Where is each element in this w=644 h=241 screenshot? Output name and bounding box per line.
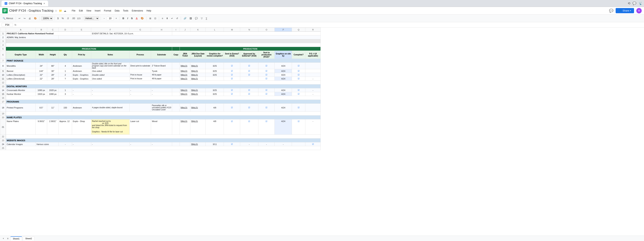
cell-N10[interactable]	[240, 73, 258, 77]
col-header-K[interactable]: K	[190, 28, 206, 32]
decimal-inc-button[interactable]: .00	[71, 16, 76, 20]
cell-E24[interactable]: -	[72, 142, 91, 146]
cell-I9[interactable]	[172, 69, 180, 73]
cell-O21[interactable]	[258, 119, 275, 135]
cell-G24[interactable]: -	[130, 142, 151, 146]
col-header-Q[interactable]: Q	[292, 28, 305, 32]
col-header-width[interactable]: Width	[36, 51, 47, 59]
borders-button[interactable]: ⊞	[148, 16, 152, 20]
col-header-F[interactable]: F	[91, 28, 130, 32]
row-header-21[interactable]: 21	[0, 119, 6, 135]
col-header-R[interactable]: R	[305, 28, 321, 32]
folder-icon[interactable]: 📁	[59, 9, 62, 12]
cell-K9[interactable]: https://c	[190, 69, 206, 73]
cell-E21[interactable]: Explo - Shop	[72, 119, 91, 135]
cell-G10[interactable]: Print in-house	[130, 73, 151, 77]
cell-N8[interactable]	[240, 63, 258, 69]
cell-Q15[interactable]	[292, 92, 305, 96]
cell-E11[interactable]: Explo - Graphics	[72, 77, 91, 81]
cell-A21[interactable]: Name Plates	[6, 119, 36, 135]
col-header-notes[interactable]: Notes	[91, 51, 130, 59]
row-header-3[interactable]: 3	[0, 39, 6, 43]
italic-button[interactable]: I	[126, 16, 129, 20]
cell-K11[interactable]: https://c	[190, 77, 206, 81]
paint-format-button[interactable]: 🎨	[33, 16, 38, 20]
col-header-G[interactable]: G	[130, 28, 151, 32]
cell-M11[interactable]	[224, 77, 240, 81]
cell-B11[interactable]: 22"	[36, 77, 47, 81]
cell-K10[interactable]: https://c	[190, 73, 206, 77]
tab-close-button[interactable]: ×	[44, 2, 45, 5]
cell-L8[interactable]: 3/25	[206, 63, 224, 69]
sheet-tab-2[interactable]: Sheet2	[23, 236, 34, 240]
cell-P15[interactable]: 4/24	[275, 92, 292, 96]
print-button[interactable]: 🖨	[28, 16, 32, 20]
cell-J15[interactable]: https://c	[180, 92, 190, 96]
cell-M8[interactable]	[224, 63, 240, 69]
cell-F9[interactable]: One-sided	[91, 69, 130, 73]
cell-A2[interactable]: ADMIN: Maj Jenkins	[6, 36, 59, 39]
text-color-button[interactable]: A	[135, 16, 139, 20]
col-header-complete[interactable]: Complete?	[292, 51, 305, 59]
cell-B10[interactable]: 22"	[36, 73, 47, 77]
cell-E8[interactable]: Andresen	[72, 63, 91, 69]
row-header-19[interactable]: 19	[0, 112, 6, 116]
cell-Q10[interactable]	[292, 73, 305, 77]
history-icon[interactable]: ⟲	[628, 2, 630, 5]
col-header-L[interactable]: L	[206, 28, 224, 32]
cell-O11[interactable]	[258, 77, 275, 81]
spreadsheet-container[interactable]: A B C D E F G H I J K L M N O P Q R	[0, 28, 644, 241]
cell-Q11[interactable]	[292, 77, 305, 81]
cell-K21[interactable]: https://c	[190, 119, 206, 135]
col-header-graphics-review[interactable]: Graphics for review complete?	[206, 51, 224, 59]
menu-file[interactable]: File	[70, 8, 77, 13]
cell-R18[interactable]	[305, 104, 321, 112]
cell-E10[interactable]: Explo - Graphics	[72, 73, 91, 77]
row-header-7[interactable]: 7	[0, 59, 6, 63]
row-header-10[interactable]: 10	[0, 73, 6, 77]
cell-R24[interactable]	[305, 142, 321, 146]
row-header-1[interactable]: 1	[0, 32, 6, 36]
cell-Q14[interactable]	[292, 88, 305, 92]
comment-button[interactable]: 💬	[194, 16, 199, 20]
cell-D11[interactable]: ?	[59, 77, 72, 81]
cell-R10[interactable]	[305, 73, 321, 77]
col-header-O[interactable]: O	[258, 28, 275, 32]
cell-K18[interactable]: https://c	[190, 104, 206, 112]
cell-I11[interactable]	[172, 77, 180, 81]
col-header-approved-editorial[interactable]: Approved by Editorial? (4/10)	[240, 51, 258, 59]
cell-N21[interactable]	[240, 119, 258, 135]
cell-D9[interactable]: 1	[59, 69, 72, 73]
cell-C8[interactable]: 80"	[47, 63, 59, 69]
cell-M10[interactable]	[224, 73, 240, 77]
currency-button[interactable]: $	[56, 16, 60, 20]
menu-insert[interactable]: Insert	[93, 8, 102, 13]
cell-Q8[interactable]	[292, 63, 305, 69]
cell-M24[interactable]	[224, 142, 240, 146]
cell-P21[interactable]: 4/24	[275, 119, 292, 135]
cell-A1[interactable]: PROJECT: California Native Homeland Fest…	[6, 32, 91, 36]
cell-G21[interactable]: Laser cut	[130, 119, 151, 135]
font-select[interactable]: Helvet...	[84, 16, 99, 20]
valign-button[interactable]: ⬍	[165, 16, 169, 20]
row-header-15[interactable]: 15	[0, 92, 6, 96]
filter-button[interactable]: ▽	[200, 16, 204, 20]
cell-N18[interactable]	[240, 104, 258, 112]
cell-A9[interactable]: Banner	[6, 69, 36, 73]
cell-I14[interactable]	[172, 88, 180, 92]
cell-M9[interactable]	[224, 69, 240, 73]
cell-J14[interactable]: https://c	[180, 88, 190, 92]
cell-H11[interactable]: 48 lb paper	[151, 77, 172, 81]
cell-G8[interactable]: Direct print to substrate	[130, 63, 151, 69]
comment-icon[interactable]: 💬	[632, 2, 636, 5]
cell-B24[interactable]: Various sizes	[36, 142, 59, 146]
cell-B14[interactable]: 1080 px	[36, 88, 47, 92]
col-header-J[interactable]: J	[180, 28, 190, 32]
col-header-B[interactable]: B	[36, 28, 47, 32]
col-header-print-by[interactable]: Print by	[72, 51, 91, 59]
cell-D24[interactable]: -	[59, 142, 72, 146]
col-header-po[interactable]: P.O. # (if applicable)	[305, 51, 321, 59]
row-header-22[interactable]: 22	[0, 135, 6, 138]
cell-B8[interactable]: 24"	[36, 63, 47, 69]
cell-I15[interactable]	[172, 92, 180, 96]
